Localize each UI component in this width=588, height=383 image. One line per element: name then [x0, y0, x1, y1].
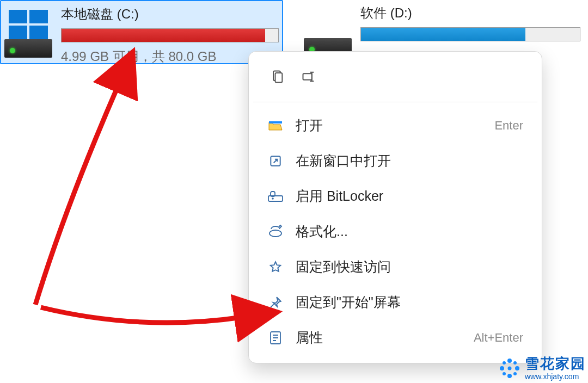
menu-item-label: 固定到快速访问: [296, 258, 523, 276]
drive-c-icon: [4, 10, 52, 58]
svg-point-16: [503, 372, 506, 375]
svg-rect-1: [275, 73, 283, 83]
svg-point-15: [513, 361, 517, 365]
star-icon: [267, 259, 284, 275]
menu-item-label: 格式化...: [296, 223, 523, 240]
menu-item-pin-start[interactable]: 固定到"开始"屏幕: [253, 285, 537, 320]
svg-rect-2: [303, 73, 312, 80]
menu-item-label: 属性: [296, 329, 462, 347]
windows-logo-icon: [9, 10, 48, 39]
folder-open-icon: [267, 118, 284, 134]
rename-button[interactable]: [296, 64, 322, 90]
menu-item-shortcut: Enter: [494, 119, 523, 133]
context-menu: 打开 Enter 在新窗口中打开 启用 BitLocker 格式化... 固定到…: [248, 51, 542, 363]
menu-item-label: 固定到"开始"屏幕: [296, 293, 523, 311]
svg-point-17: [513, 372, 517, 375]
drive-c-usage-bar: [61, 28, 279, 42]
svg-point-7: [272, 197, 274, 200]
menu-item-open[interactable]: 打开 Enter: [253, 108, 537, 143]
menu-item-properties[interactable]: 属性 Alt+Enter: [253, 320, 537, 355]
menu-item-pin-quick-access[interactable]: 固定到快速访问: [253, 249, 537, 285]
svg-point-10: [507, 359, 512, 363]
rename-icon: [301, 69, 316, 84]
drive-c-tile[interactable]: 本地磁盘 (C:) 4.99 GB 可用，共 80.0 GB: [0, 0, 283, 64]
menu-item-label: 在新窗口中打开: [296, 152, 523, 170]
menu-item-label: 启用 BitLocker: [296, 187, 523, 205]
drive-d-usage-bar: [360, 27, 580, 41]
properties-icon: [267, 330, 284, 346]
context-menu-toolbar: [253, 59, 537, 102]
watermark-logo-icon: [498, 356, 522, 380]
svg-point-11: [507, 374, 512, 378]
svg-rect-3: [269, 121, 282, 123]
open-new-window-icon: [267, 153, 284, 169]
watermark: 雪花家园 www.xhjaty.com: [498, 356, 586, 381]
copy-button[interactable]: [264, 64, 290, 90]
watermark-title: 雪花家园: [525, 356, 586, 372]
menu-item-shortcut: Alt+Enter: [474, 331, 523, 345]
svg-point-13: [515, 366, 519, 370]
menu-item-open-new-window[interactable]: 在新窗口中打开: [253, 143, 537, 178]
svg-point-8: [270, 230, 281, 237]
svg-point-18: [508, 367, 512, 370]
bitlocker-icon: [267, 188, 284, 205]
watermark-url: www.xhjaty.com: [525, 372, 586, 381]
svg-point-14: [503, 361, 506, 365]
copy-icon: [270, 69, 285, 84]
pin-icon: [267, 294, 284, 311]
menu-item-label: 打开: [296, 116, 482, 134]
menu-item-bitlocker[interactable]: 启用 BitLocker: [253, 178, 537, 214]
svg-rect-5: [268, 196, 283, 201]
drive-d-label: 软件 (D:): [360, 4, 580, 22]
menu-item-format[interactable]: 格式化...: [253, 214, 537, 249]
drive-d-icon: [304, 9, 352, 57]
format-icon: [267, 224, 284, 240]
svg-point-12: [500, 366, 504, 370]
drive-c-label: 本地磁盘 (C:): [61, 5, 279, 23]
drive-c-stats: 4.99 GB 可用，共 80.0 GB: [61, 48, 279, 65]
